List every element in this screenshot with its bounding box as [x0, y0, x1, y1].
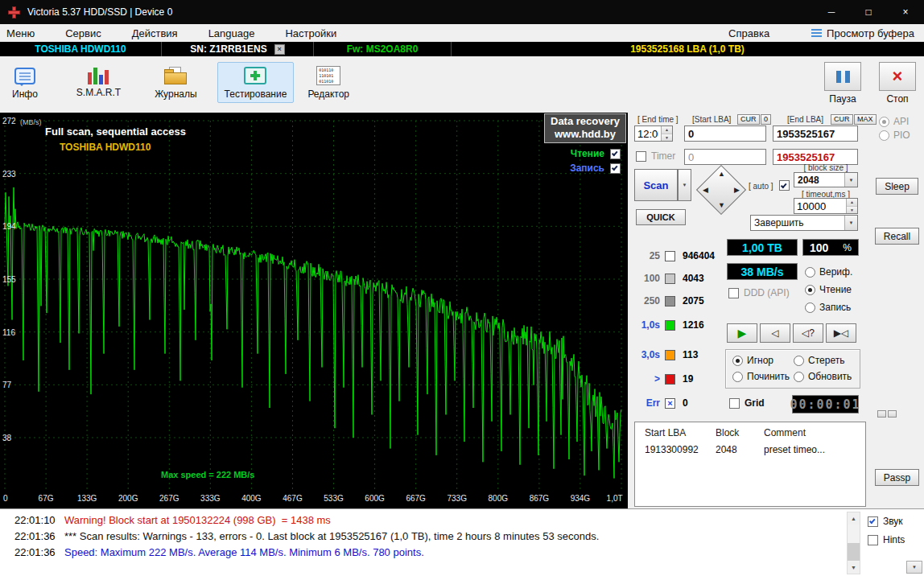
- hints-label: Hints: [883, 534, 905, 545]
- start-lba-zero-button[interactable]: 0: [761, 114, 771, 125]
- jump-left-icon[interactable]: ◀: [703, 187, 708, 194]
- scroll-down-icon[interactable]: ▼: [848, 562, 860, 574]
- stat-color-swatch: [665, 320, 675, 331]
- jump-up-icon[interactable]: ▲: [718, 171, 725, 178]
- legend-read-checkbox[interactable]: [610, 149, 621, 159]
- jump-down-icon[interactable]: ▼: [718, 202, 725, 209]
- percent-sign: %: [843, 242, 852, 253]
- seek-question-button[interactable]: ◁?: [793, 323, 823, 343]
- verify-radio[interactable]: Вериф.: [805, 266, 852, 278]
- erase-radio-label: Стереть: [808, 355, 844, 366]
- grid-checkbox[interactable]: Grid: [729, 397, 765, 409]
- pio-radio[interactable]: PIO: [879, 130, 910, 141]
- timeout-input[interactable]: [794, 199, 846, 213]
- sleep-button[interactable]: Sleep: [876, 178, 918, 195]
- spin-up-icon[interactable]: ▲: [662, 126, 672, 134]
- logs-button[interactable]: Журналы: [147, 62, 204, 103]
- timer-checkbox[interactable]: Timer: [636, 150, 675, 162]
- scan-button[interactable]: Scan: [634, 169, 678, 201]
- hints-checkbox[interactable]: Hints: [868, 534, 905, 545]
- error-x-icon: ×: [665, 398, 675, 409]
- x-axis-tick: 800G: [489, 494, 508, 503]
- maximize-button[interactable]: □: [850, 0, 887, 24]
- menu-item-service[interactable]: Сервис: [65, 27, 101, 39]
- table-cell-block[interactable]: 2048: [716, 444, 737, 455]
- scroll-up-icon[interactable]: ▲: [848, 512, 860, 525]
- end-lba-input[interactable]: [773, 125, 858, 142]
- y-axis-unit: (MB/s): [20, 118, 42, 126]
- x-axis-tick: 0: [3, 494, 8, 503]
- erase-radio[interactable]: Стереть: [794, 355, 844, 366]
- jump-right-icon[interactable]: ▶: [734, 187, 740, 194]
- table-cell-start-lba[interactable]: 1913300992: [645, 444, 699, 455]
- pause-button[interactable]: Пауза: [824, 62, 861, 105]
- log-scrollbar-thumb[interactable]: [848, 543, 860, 561]
- ddd-checkbox[interactable]: DDD (API): [728, 287, 790, 298]
- spin-down-icon[interactable]: ▼: [847, 206, 857, 214]
- ignore-radio[interactable]: Игнор: [732, 355, 773, 366]
- table-cell-comment[interactable]: preset timeo...: [764, 444, 825, 455]
- end-time-input[interactable]: [635, 126, 661, 141]
- log-message: *** Scan results: Warnings - 133, errors…: [64, 530, 599, 542]
- buffer-view-button[interactable]: Просмотр буфера: [811, 27, 914, 39]
- minimize-button[interactable]: ─: [813, 0, 850, 24]
- start-lba-cur-button[interactable]: CUR: [737, 114, 760, 125]
- y-axis-tick: 155: [2, 275, 16, 284]
- serial-close-button[interactable]: ×: [274, 44, 285, 55]
- close-button[interactable]: ×: [887, 0, 924, 24]
- refresh-radio-label: Обновить: [808, 371, 852, 382]
- led-indicator: [877, 410, 886, 418]
- write-radio[interactable]: Запись: [805, 302, 851, 313]
- spin-up-icon[interactable]: ▲: [847, 199, 857, 206]
- check-icon: [781, 182, 787, 188]
- legend-write-label: Запись: [570, 163, 604, 174]
- info-button[interactable]: Инфо: [5, 62, 45, 103]
- logs-label: Журналы: [155, 88, 196, 100]
- radio-dot-icon: [794, 356, 804, 366]
- api-radio[interactable]: API: [879, 116, 909, 127]
- question-seek-icon: ◁?: [802, 327, 815, 339]
- end-lba-max-button[interactable]: MAX: [854, 114, 877, 125]
- quick-button[interactable]: QUICK: [636, 209, 686, 225]
- end-lba-label: [End LBA]: [787, 115, 823, 124]
- check-icon: [612, 150, 618, 156]
- spin-down-icon[interactable]: ▼: [662, 134, 672, 142]
- defect-table[interactable]: Start LBA Block Comment 1913300992 2048 …: [634, 422, 866, 507]
- menu-item-menu[interactable]: Меню: [6, 27, 35, 39]
- log-scrollbar[interactable]: ▲ ▼: [847, 512, 860, 574]
- radio-dot-icon: [879, 130, 889, 141]
- menu-item-help[interactable]: Справка: [728, 27, 769, 39]
- start-lba-input[interactable]: [684, 125, 766, 142]
- remap-radio-label: Починить: [747, 371, 790, 382]
- end-lba-cur-button[interactable]: CUR: [831, 114, 853, 125]
- stop-button[interactable]: × Стоп: [879, 62, 916, 105]
- test-button[interactable]: Тестирование: [217, 62, 295, 103]
- jump-dpad[interactable]: ◀ ▶ ▲ ▼: [695, 164, 747, 216]
- pause-icon: [824, 62, 861, 91]
- refresh-radio[interactable]: Обновить: [794, 371, 852, 382]
- step-back-button[interactable]: ◁: [760, 323, 790, 343]
- butterfly-read-button[interactable]: ▶◁: [826, 323, 856, 343]
- finish-select[interactable]: Завершить ▼: [750, 215, 858, 231]
- read-radio[interactable]: Чтение: [805, 284, 852, 295]
- editor-button[interactable]: 010110 110101 011010 Редактор: [300, 62, 357, 103]
- play-icon: ▶: [738, 327, 747, 339]
- recall-button[interactable]: Recall: [875, 228, 919, 245]
- auto-checkbox[interactable]: [779, 180, 790, 191]
- scan-dropdown-button[interactable]: ▼: [678, 169, 691, 201]
- passport-button[interactable]: Passp: [875, 469, 919, 486]
- x-axis-tick: 333G: [200, 494, 220, 503]
- sound-checkbox[interactable]: Звук: [868, 516, 903, 527]
- smart-button[interactable]: S.M.A.R.T: [69, 62, 128, 101]
- panel-scroll-down-button[interactable]: ▼: [906, 561, 922, 574]
- menu-item-settings[interactable]: Настройки: [285, 27, 336, 39]
- remap-radio[interactable]: Починить: [732, 371, 790, 382]
- start-reading-button[interactable]: ▶: [727, 323, 757, 343]
- timer-start-input[interactable]: [684, 149, 766, 165]
- menu-item-language[interactable]: Language: [208, 27, 255, 39]
- timer-end-input[interactable]: [773, 149, 858, 165]
- block-size-select[interactable]: 2048 ▼: [794, 172, 858, 187]
- legend-write-checkbox[interactable]: [610, 163, 621, 174]
- menu-item-actions[interactable]: Действия: [132, 27, 178, 39]
- legend-read-label: Чтение: [571, 148, 604, 159]
